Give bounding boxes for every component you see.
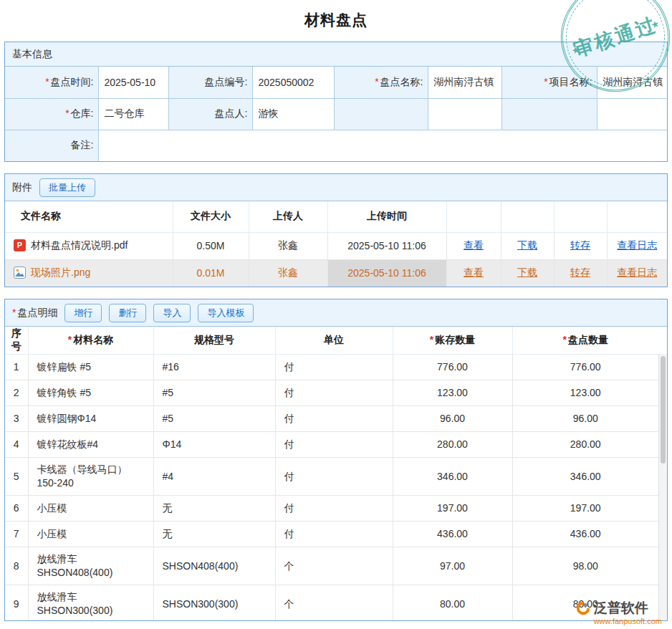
detail-book-qty: 436.00: [393, 522, 512, 547]
details-body-wrap: 序号 *材料名称 规格型号 单位 *账存数量 *盘点数量 1 镀锌扁铁 #5 #…: [5, 327, 667, 621]
view-log-link[interactable]: 查看日志: [617, 239, 657, 251]
attachments-section: 附件 批量上传 文件名称 文件大小 上传人 上传时间 材料盘点情况说明.pdf …: [4, 173, 668, 287]
delete-row-button[interactable]: 删行: [109, 304, 146, 322]
vendor-url: www.fanpusoft.com: [594, 617, 662, 625]
col-unit: 单位: [275, 327, 393, 355]
empty-label: [501, 98, 597, 130]
detail-material-name: 卡线器（导线马口）150-240: [28, 458, 153, 496]
basic-info-section: 基本信息 *盘点时间: 2025-05-10 盘点编号: 2025050002 …: [4, 42, 668, 162]
detail-unit: 个: [275, 547, 393, 585]
detail-unit: 付: [275, 496, 393, 522]
warehouse-value: 二号仓库: [98, 98, 168, 130]
inventory-time-value: 2025-05-10: [98, 67, 168, 98]
detail-count-qty: 123.00: [512, 380, 658, 406]
detail-count-qty: 776.00: [512, 355, 658, 380]
view-log-link[interactable]: 查看日志: [617, 267, 657, 278]
detail-unit: 付: [275, 355, 393, 380]
detail-unit: 个: [275, 585, 393, 622]
empty-label: [334, 98, 428, 130]
detail-material-name: 镀锌花纹板#4: [28, 432, 153, 458]
download-link[interactable]: 下载: [517, 239, 537, 251]
attachments-header-row: 文件名称 文件大小 上传人 上传时间: [5, 201, 667, 232]
project-name-label: *项目名称:: [501, 67, 597, 98]
inventory-no-label: 盘点编号:: [168, 67, 252, 98]
detail-spec: 无: [153, 496, 275, 522]
detail-spec: #16: [153, 355, 275, 380]
detail-index: 8: [5, 547, 28, 585]
section-title: *盘点明细: [12, 307, 57, 320]
warehouse-label: *仓库:: [5, 98, 98, 130]
detail-count-qty: 98.00: [512, 547, 658, 585]
table-row: 8 放线滑车 SHSON408(400) SHSON408(400) 个 97.…: [5, 547, 658, 585]
detail-count-qty: 197.00: [512, 496, 658, 522]
attachment-row-selected: 现场照片.png 0.01M 张鑫 2025-05-10 11:06 查看 下载…: [5, 259, 667, 287]
attachments-header: 附件 批量上传: [5, 174, 667, 201]
form-row: *盘点时间: 2025-05-10 盘点编号: 2025050002 *盘点名称…: [5, 67, 667, 98]
download-link[interactable]: 下载: [517, 267, 537, 278]
file-name[interactable]: 现场照片.png: [31, 267, 90, 278]
details-header-row: 序号 *材料名称 规格型号 单位 *账存数量 *盘点数量: [5, 327, 658, 355]
inventory-person-label: 盘点人:: [168, 98, 252, 130]
file-upload-time: 2025-05-10 11:06: [327, 232, 446, 259]
detail-index: 1: [5, 355, 28, 380]
view-link[interactable]: 查看: [464, 239, 484, 251]
col-index: 序号: [5, 327, 28, 355]
detail-unit: 付: [275, 380, 393, 406]
table-row: 4 镀锌花纹板#4 Φ14 付 280.00 280.00: [5, 432, 658, 458]
detail-material-name: 镀锌扁铁 #5: [28, 355, 153, 380]
col-uploader: 上传人: [249, 201, 327, 232]
detail-spec: #5: [153, 406, 275, 432]
inventory-name-label: *盘点名称:: [334, 67, 428, 98]
form-row: 备注:: [5, 130, 667, 161]
detail-material-name: 放线滑车 SHSON408(400): [28, 547, 153, 585]
basic-info-header: 基本信息: [5, 42, 667, 67]
detail-material-name: 放线滑车 SHSON300(300): [28, 585, 153, 622]
table-row: 5 卡线器（导线马口）150-240 #4 付 346.00 346.00: [5, 458, 658, 496]
detail-book-qty: 346.00: [393, 458, 512, 496]
detail-unit: 付: [275, 406, 393, 432]
detail-count-qty: 346.00: [512, 458, 658, 496]
details-header: *盘点明细 增行 删行 导入 导入模板: [5, 299, 667, 327]
empty-value: [428, 98, 501, 130]
transfer-link[interactable]: 转存: [570, 267, 590, 278]
inventory-person-value: 游恢: [252, 98, 334, 130]
col-action: [554, 201, 607, 232]
file-upload-time: 2025-05-10 11:06: [327, 259, 446, 287]
detail-book-qty: 96.00: [393, 406, 512, 432]
batch-upload-button[interactable]: 批量上传: [39, 178, 95, 197]
table-row: 3 镀锌圆钢Φ14 #5 付 96.00 96.00: [5, 406, 658, 432]
transfer-link[interactable]: 转存: [570, 239, 590, 251]
detail-count-qty: 96.00: [512, 406, 658, 432]
detail-count-qty: 280.00: [512, 432, 658, 458]
file-uploader: 张鑫: [249, 232, 327, 259]
scrollbar-thumb[interactable]: [661, 356, 666, 464]
detail-material-name: 小压模: [28, 522, 153, 547]
detail-index: 9: [5, 585, 28, 622]
col-book-qty: *账存数量: [393, 327, 512, 355]
inventory-time-label: *盘点时间:: [5, 67, 98, 98]
detail-unit: 付: [275, 432, 393, 458]
add-row-button[interactable]: 增行: [64, 304, 102, 322]
col-material-name: *材料名称: [28, 327, 153, 355]
detail-book-qty: 280.00: [393, 432, 512, 458]
detail-index: 7: [5, 522, 28, 547]
detail-index: 6: [5, 496, 28, 522]
section-title: 基本信息: [12, 48, 52, 61]
table-row: 6 小压模 无 付 197.00 197.00: [5, 496, 658, 522]
material-inventory-page: 材料盘点 ★ 审核通过 ★ 基本信息 *盘点时间: 2025-05-10 盘点编…: [0, 0, 672, 629]
detail-unit: 付: [275, 522, 393, 547]
detail-spec: #5: [153, 380, 275, 406]
attachments-table: 文件名称 文件大小 上传人 上传时间 材料盘点情况说明.pdf 0.50M 张鑫…: [5, 201, 667, 287]
vertical-scrollbar[interactable]: [658, 354, 667, 621]
col-action: [501, 201, 554, 232]
view-link[interactable]: 查看: [464, 267, 484, 278]
col-spec: 规格型号: [153, 327, 275, 355]
col-file-size: 文件大小: [173, 201, 249, 232]
pdf-file-icon: [14, 239, 26, 251]
import-button[interactable]: 导入: [153, 304, 191, 322]
attachment-row: 材料盘点情况说明.pdf 0.50M 张鑫 2025-05-10 11:06 查…: [5, 232, 667, 259]
col-action: [446, 201, 501, 232]
vendor-watermark: 泛普软件 www.fanpusoft.com: [575, 599, 662, 625]
import-template-button[interactable]: 导入模板: [198, 304, 254, 322]
image-file-icon: [14, 267, 26, 279]
